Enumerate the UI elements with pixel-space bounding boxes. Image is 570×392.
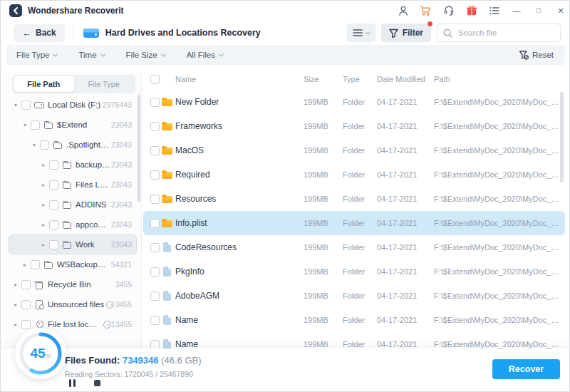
- recover-button[interactable]: Recover: [492, 359, 560, 379]
- tree-item[interactable]: ▸ Recycle Bin 3455: [9, 274, 137, 294]
- tree-expand-arrow[interactable]: ▾: [33, 142, 40, 148]
- folder-o-icon: [43, 259, 54, 269]
- tree-expand-arrow[interactable]: ▸: [42, 242, 49, 248]
- row-checkbox[interactable]: [150, 292, 160, 301]
- file-name: Resources: [174, 194, 304, 204]
- row-checkbox[interactable]: [150, 146, 160, 155]
- filter-dropdown[interactable]: All Files: [187, 51, 223, 59]
- gift-icon[interactable]: [465, 5, 477, 17]
- search-box[interactable]: [437, 24, 561, 42]
- row-checkbox[interactable]: [150, 243, 160, 252]
- tree-checkbox[interactable]: [31, 120, 40, 130]
- support-headset-icon[interactable]: [442, 5, 455, 17]
- table-row[interactable]: Frameworks 199MB Folder 04-17-2021 F:\$E…: [143, 114, 565, 138]
- table-row[interactable]: New Folder 199MB Folder 04-17-2021 F:\$E…: [143, 90, 565, 114]
- tree-checkbox[interactable]: [21, 280, 31, 289]
- tree-checkbox[interactable]: [49, 200, 58, 210]
- tree-item-label: Unsourced files: [48, 300, 104, 309]
- tree-checkbox[interactable]: [40, 140, 49, 150]
- row-checkbox[interactable]: [150, 316, 160, 325]
- row-checkbox[interactable]: [150, 98, 160, 107]
- filter-dropdown[interactable]: Time: [78, 51, 104, 59]
- tree-item-label: .Spotlight-V10000...: [66, 140, 111, 149]
- table-row[interactable]: Name 199MB Folder 04-17-2021 F:\$Extend\…: [143, 308, 565, 332]
- tree-expand-arrow[interactable]: ▸: [42, 182, 49, 188]
- file-path: F:\$Extend\MyDoc_2020\MyDoc_2020\M...: [434, 122, 565, 130]
- select-all-checkbox[interactable]: [150, 75, 160, 84]
- file-size: 199MB: [304, 292, 343, 300]
- row-checkbox[interactable]: [150, 195, 160, 204]
- pause-button[interactable]: [69, 379, 76, 387]
- tree-expand-arrow[interactable]: ▾: [14, 102, 21, 108]
- file-path: F:\$Extend\MyDoc_2020\MyDoc_2020\M...: [434, 292, 565, 300]
- tree-expand-arrow[interactable]: ▾: [24, 122, 31, 128]
- table-row[interactable]: Resources 199MB Folder 04-17-2021 F:\$Ex…: [143, 187, 565, 211]
- back-button[interactable]: ← Back: [14, 24, 65, 42]
- user-icon[interactable]: [397, 5, 409, 17]
- cart-icon[interactable]: [420, 5, 432, 17]
- filter-dropdown[interactable]: File Type: [16, 51, 57, 59]
- tab-file-path[interactable]: File Path: [14, 76, 74, 92]
- files-found-count: 7349346: [123, 355, 159, 366]
- tree-item[interactable]: ▸ backupdata 23043: [9, 155, 137, 175]
- table-row[interactable]: AdobeAGM 199MB Folder 04-17-2021 F:\$Ext…: [143, 284, 565, 308]
- files-found-line: Files Found: 7349346 (46.6 GB): [65, 355, 202, 366]
- tree-item[interactable]: ▸ Unsourced files 3455: [9, 294, 137, 314]
- tree-expand-arrow[interactable]: ▸: [42, 202, 49, 208]
- tree-item[interactable]: ▸ ADDINS 23043: [9, 195, 137, 215]
- tree-item[interactable]: ▾ .Spotlight-V10000... 23043: [9, 135, 137, 155]
- file-date: 04-17-2021: [377, 195, 434, 203]
- tree-expand-arrow[interactable]: ▸: [14, 282, 21, 288]
- tree-item-count: 54321: [111, 260, 136, 269]
- tree-checkbox[interactable]: [49, 160, 58, 170]
- tree-expand-arrow[interactable]: ▸: [42, 162, 49, 168]
- row-checkbox[interactable]: [150, 170, 160, 180]
- table-row[interactable]: Required 199MB Folder 04-17-2021 F:\$Ext…: [143, 163, 565, 187]
- tree-checkbox[interactable]: [49, 220, 58, 229]
- tree-item[interactable]: ▸ appcompat 23043: [9, 215, 137, 234]
- filter-button[interactable]: Filter: [381, 24, 431, 42]
- row-checkbox[interactable]: [150, 340, 160, 349]
- close-button[interactable]: ✕: [555, 1, 566, 21]
- chevron-down-icon: [219, 51, 224, 56]
- doc-icon: [34, 299, 45, 309]
- tab-file-type[interactable]: File Type: [74, 76, 135, 92]
- row-checkbox[interactable]: [150, 122, 160, 131]
- tree-item[interactable]: ▸ Files Lost Origri... 23043: [9, 175, 137, 195]
- table-row[interactable]: PkgInfo 199MB Folder 04-17-2021 F:\$Exte…: [143, 259, 565, 284]
- sidebar-scrollbar[interactable]: [138, 95, 140, 202]
- tree-expand-arrow[interactable]: ▸: [14, 321, 21, 328]
- tree-checkbox[interactable]: [21, 300, 31, 309]
- tree-expand-arrow[interactable]: ▸: [14, 301, 21, 308]
- tree-checkbox[interactable]: [49, 180, 58, 190]
- file-date: 04-17-2021: [377, 243, 434, 252]
- reset-filters-button[interactable]: Reset: [519, 45, 554, 65]
- minimize-button[interactable]: —: [511, 1, 522, 21]
- sidebar-tabs: File Path File Type: [12, 75, 135, 93]
- tree-item[interactable]: ▾ Local Disk (F:) 2976443: [9, 95, 137, 115]
- tree-item[interactable]: ▸ WSBackupData 54321: [9, 254, 137, 274]
- tree-item-count: 23043: [111, 140, 136, 149]
- filter-dropdown-label: File Size: [126, 51, 157, 59]
- table-row[interactable]: Info.plist 199MB Folder 04-17-2021 F:\$E…: [143, 211, 565, 235]
- folder-tree: ▾ Local Disk (F:) 2976443 ▾ $Extend 2304…: [6, 95, 139, 334]
- tree-expand-arrow[interactable]: ▸: [42, 222, 49, 228]
- file-type: Folder: [343, 243, 377, 252]
- search-input[interactable]: [457, 28, 554, 38]
- table-row[interactable]: MacOS 199MB Folder 04-17-2021 F:\$Extend…: [143, 138, 565, 163]
- tree-expand-arrow[interactable]: ▸: [24, 262, 31, 268]
- tree-item[interactable]: ▾ $Extend 23043: [9, 115, 137, 135]
- tree-checkbox[interactable]: [49, 240, 58, 249]
- menu-list-icon[interactable]: [488, 5, 500, 17]
- row-checkbox[interactable]: [150, 219, 160, 228]
- table-row[interactable]: CodeResources 199MB Folder 04-17-2021 F:…: [143, 235, 565, 259]
- view-mode-dropdown[interactable]: [347, 24, 375, 42]
- tree-checkbox[interactable]: [21, 100, 31, 110]
- maximize-button[interactable]: □: [533, 1, 544, 21]
- row-checkbox[interactable]: [150, 267, 160, 277]
- tree-item[interactable]: ▸ Work 23043: [9, 234, 137, 254]
- table-scrollbar[interactable]: [560, 92, 564, 182]
- stop-button[interactable]: [94, 380, 100, 386]
- tree-checkbox[interactable]: [31, 260, 40, 269]
- filter-dropdown[interactable]: File Size: [126, 51, 165, 59]
